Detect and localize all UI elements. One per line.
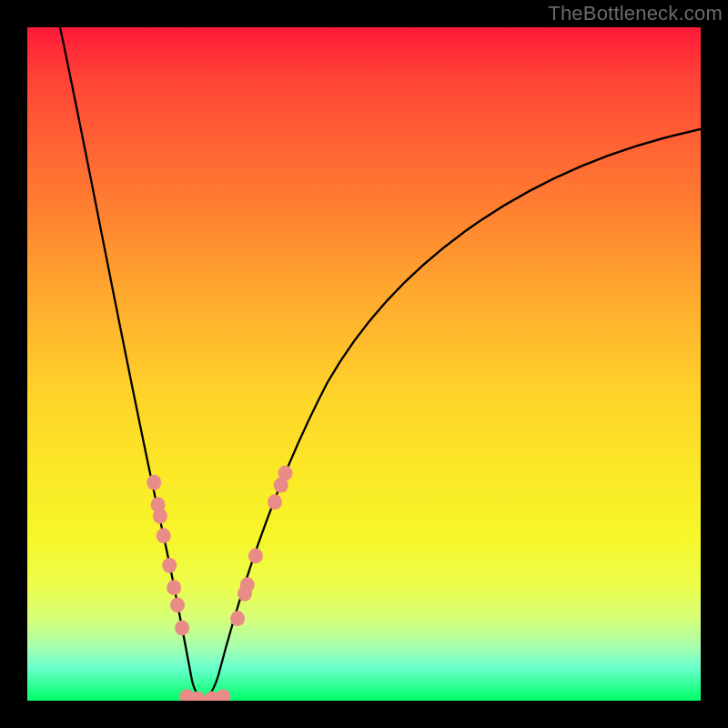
curve-marker: [268, 494, 282, 510]
curve-marker: [157, 528, 171, 543]
curve-markers: [147, 466, 292, 702]
curve-marker: [175, 621, 189, 636]
bottleneck-curve-left: [60, 27, 204, 699]
curve-marker: [153, 509, 167, 524]
bottleneck-curve-right: [204, 129, 701, 699]
curve-marker: [278, 466, 293, 481]
curve-marker: [230, 611, 245, 626]
curve-marker: [162, 558, 177, 573]
watermark-text: TheBottleneck.com: [548, 2, 723, 25]
curve-marker: [167, 580, 181, 595]
curve-marker: [248, 549, 263, 564]
bottleneck-curve-svg: [27, 27, 701, 701]
curve-marker: [147, 475, 161, 490]
curve-marker: [216, 689, 230, 701]
curve-marker: [170, 598, 185, 613]
curve-marker: [240, 577, 255, 592]
chart-frame: TheBottleneck.com: [0, 0, 728, 728]
plot-area: [27, 27, 701, 701]
